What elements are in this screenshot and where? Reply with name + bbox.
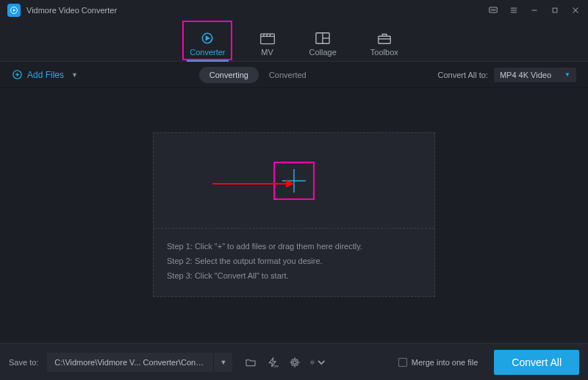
svg-point-5 — [495, 10, 495, 10]
svg-point-4 — [493, 10, 494, 10]
svg-text:OFF: OFF — [273, 365, 279, 368]
tab-label: Converter — [190, 48, 225, 57]
checkbox-icon — [398, 358, 407, 367]
tab-toolbox[interactable]: Toolbox — [370, 31, 398, 61]
merge-checkbox[interactable]: Merge into one file — [398, 358, 478, 367]
chevron-down-icon: ▼ — [71, 71, 78, 79]
tab-collage[interactable]: Collage — [309, 31, 337, 61]
output-format-value: MP4 4K Video — [500, 71, 551, 79]
svg-rect-35 — [293, 361, 296, 364]
maximize-icon[interactable] — [550, 5, 560, 15]
bolt-off-icon: OFF — [267, 356, 279, 368]
svg-rect-15 — [260, 34, 274, 44]
drop-panel[interactable]: Step 1: Click "+" to add files or drag t… — [153, 132, 435, 297]
output-format-dropdown[interactable]: MP4 4K Video ▼ — [494, 68, 576, 82]
tab-mv[interactable]: MV — [259, 31, 276, 61]
chevron-down-icon — [318, 356, 326, 368]
settings-button[interactable] — [309, 354, 325, 370]
instruction-step-3: Step 3: Click "Convert All" to start. — [167, 268, 421, 283]
tab-converter[interactable]: Converter — [190, 31, 225, 61]
converter-icon — [199, 31, 215, 46]
tab-label: Toolbox — [370, 48, 398, 57]
add-files-label: Add Files — [27, 70, 64, 80]
app-title: Vidmore Video Converter — [26, 6, 117, 15]
save-path-dropdown[interactable]: C:\Vidmore\Vidmore V... Converter\Conver… — [47, 353, 232, 372]
mv-icon — [259, 31, 276, 46]
add-files-button[interactable]: Add Files ▼ — [12, 69, 78, 80]
merge-label: Merge into one file — [412, 358, 478, 367]
tab-label: Collage — [309, 48, 337, 57]
close-icon[interactable] — [570, 5, 581, 15]
instruction-step-2: Step 2: Select the output format you des… — [167, 254, 421, 268]
add-files-plus-button[interactable] — [273, 162, 315, 200]
chevron-down-icon: ▼ — [213, 353, 232, 372]
subtab-converting[interactable]: Converting — [199, 67, 259, 83]
high-speed-button[interactable] — [287, 354, 303, 370]
svg-point-3 — [491, 10, 492, 10]
tab-label: MV — [261, 48, 273, 57]
svg-marker-14 — [207, 37, 209, 40]
hardware-accel-button[interactable]: OFF — [265, 354, 281, 370]
feedback-icon[interactable] — [488, 5, 498, 15]
collage-icon — [315, 31, 331, 46]
svg-point-40 — [312, 361, 314, 363]
svg-marker-1 — [13, 9, 15, 12]
cpu-icon — [289, 356, 301, 368]
subtab-converted[interactable]: Converted — [259, 67, 317, 83]
plus-circle-icon — [12, 69, 23, 80]
save-path-value: C:\Vidmore\Vidmore V... Converter\Conver… — [47, 358, 213, 367]
plus-icon — [279, 166, 309, 196]
menu-icon[interactable] — [509, 5, 519, 15]
app-logo-icon — [7, 4, 21, 17]
svg-rect-23 — [379, 36, 390, 43]
gear-icon — [309, 356, 317, 368]
chevron-down-icon: ▼ — [564, 71, 570, 78]
save-to-label: Save to: — [9, 358, 38, 367]
svg-rect-34 — [292, 359, 298, 365]
convert-all-label: Convert All — [512, 356, 562, 368]
svg-rect-10 — [553, 8, 557, 12]
minimize-icon[interactable] — [529, 5, 539, 15]
instruction-step-1: Step 1: Click "+" to add files or drag t… — [167, 239, 421, 254]
convert-all-button[interactable]: Convert All — [494, 350, 579, 375]
convert-all-to-label: Convert All to: — [437, 71, 487, 79]
folder-icon — [245, 356, 257, 368]
open-folder-button[interactable] — [243, 354, 259, 370]
toolbox-icon — [376, 31, 392, 46]
